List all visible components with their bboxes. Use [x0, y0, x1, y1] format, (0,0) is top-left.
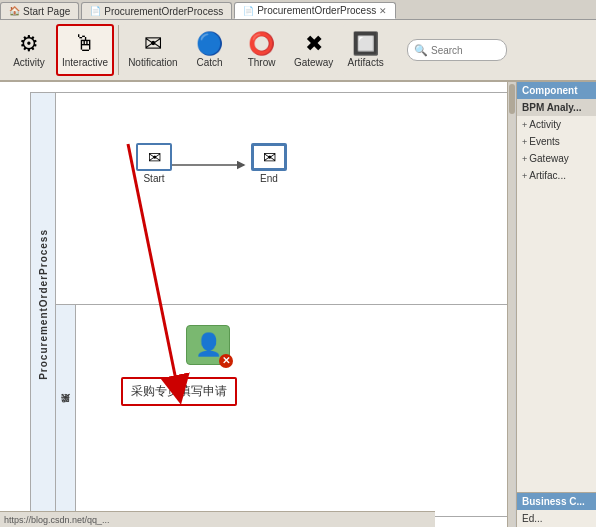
gateway-group: ✖ Gateway — [289, 22, 339, 78]
interactive-node-label: 采购专员填写申请 — [131, 384, 227, 398]
interactive-group: 🖱 Interactive — [56, 22, 114, 78]
tab-start-page[interactable]: 🏠 Start Page — [0, 2, 79, 19]
right-panel-bottom-item[interactable]: Ed... — [517, 510, 596, 527]
tab-close-icon[interactable]: ✕ — [379, 6, 387, 16]
throw-button[interactable]: ⭕ Throw — [239, 24, 285, 76]
inner-lane-label: 采购层 — [56, 305, 76, 517]
separator-1 — [118, 25, 119, 75]
interactive-node-badge: ✕ — [219, 354, 233, 368]
right-panel-header: Component — [517, 82, 596, 99]
diagram-panel: ProcurementOrderProcess ✉ Start — [0, 82, 516, 527]
tab-bar: 🏠 Start Page 📄 ProcurementOrderProcess 📄… — [0, 0, 596, 20]
panel-item-gateway[interactable]: + Gateway — [517, 150, 596, 167]
right-panel-bottom-header: Business C... — [517, 493, 596, 510]
gateway-icon: ✖ — [305, 33, 323, 55]
catch-icon: 🔵 — [196, 33, 223, 55]
artifacts-icon: 🔲 — [352, 33, 379, 55]
start-end-arrow — [172, 155, 252, 175]
url-text: https://blog.csdn.net/qq_... — [4, 515, 110, 525]
throw-icon: ⭕ — [248, 33, 275, 55]
catch-button[interactable]: 🔵 Catch — [187, 24, 233, 76]
tab-start-icon: 🏠 — [9, 6, 20, 16]
expand-icon-events: + — [522, 137, 527, 147]
right-panel: Component BPM Analy... + Activity + Even… — [516, 82, 596, 527]
activity-button[interactable]: ⚙ Activity — [6, 24, 52, 76]
throw-label: Throw — [248, 57, 276, 68]
activity-label: Activity — [13, 57, 45, 68]
bpm-label: BPM Analy... — [517, 99, 596, 116]
notification-button[interactable]: ✉ Notification — [123, 24, 182, 76]
activity-icon: ⚙ — [19, 33, 39, 55]
notification-label: Notification — [128, 57, 177, 68]
catch-label: Catch — [197, 57, 223, 68]
interactive-label: Interactive — [62, 57, 108, 68]
expand-icon-gateway: + — [522, 154, 527, 164]
upper-lane: ✉ Start — [56, 93, 509, 305]
toolbar: ⚙ Activity 🖱 Interactive ✉ Notification … — [0, 20, 596, 82]
start-node[interactable]: ✉ Start — [136, 143, 172, 184]
tab-start-label: Start Page — [23, 6, 70, 17]
tab-proc2-label: ProcurementOrderProcess — [257, 5, 376, 16]
end-label: End — [260, 173, 278, 184]
notification-icon: ✉ — [144, 33, 162, 55]
panel-item-events[interactable]: + Events — [517, 133, 596, 150]
start-label: Start — [143, 173, 164, 184]
start-envelope: ✉ — [136, 143, 172, 171]
interactive-label-box: 采购专员填写申请 — [121, 377, 237, 406]
gateway-button[interactable]: ✖ Gateway — [289, 24, 338, 76]
tab-proc-order-1[interactable]: 📄 ProcurementOrderProcess — [81, 2, 232, 19]
vertical-scrollbar[interactable] — [507, 82, 515, 527]
throw-group: ⭕ Throw — [237, 22, 287, 78]
end-envelope: ✉ — [251, 143, 287, 171]
search-icon: 🔍 — [414, 44, 428, 57]
notification-group: ✉ Notification — [123, 22, 182, 78]
end-node[interactable]: ✉ End — [251, 143, 287, 184]
artifacts-label: Artifacts — [348, 57, 384, 68]
bottom-bar: https://blog.csdn.net/qq_... — [0, 511, 435, 527]
artifacts-button[interactable]: 🔲 Artifacts — [343, 24, 389, 76]
tab-proc1-label: ProcurementOrderProcess — [104, 6, 223, 17]
main-layout: ProcurementOrderProcess ✉ Start — [0, 82, 596, 527]
swimlane-inner-container: ✉ Start — [56, 93, 509, 516]
interactive-node-icon: 👤 — [195, 332, 222, 358]
tab-proc1-icon: 📄 — [90, 6, 101, 16]
diagram-canvas[interactable]: ProcurementOrderProcess ✉ Start — [0, 82, 515, 527]
tab-proc2-icon: 📄 — [243, 6, 254, 16]
gateway-label: Gateway — [294, 57, 333, 68]
swimlane-outer: ProcurementOrderProcess ✉ Start — [30, 92, 510, 517]
search-box[interactable]: 🔍 — [407, 39, 507, 61]
search-input[interactable] — [431, 45, 506, 56]
panel-item-artifacts[interactable]: + Artifac... — [517, 167, 596, 184]
catch-group: 🔵 Catch — [185, 22, 235, 78]
scrollbar-thumb — [509, 84, 515, 114]
right-panel-bottom: Business C... Ed... — [517, 492, 596, 527]
activity-group: ⚙ Activity — [4, 22, 54, 78]
panel-item-activity[interactable]: + Activity — [517, 116, 596, 133]
lower-lane: 采购层 👤 ✕ 采购专员填写申请 — [56, 305, 509, 517]
artifacts-group: 🔲 Artifacts — [341, 22, 391, 78]
interactive-icon: 🖱 — [74, 33, 96, 55]
tab-proc-order-2[interactable]: 📄 ProcurementOrderProcess ✕ — [234, 2, 396, 19]
swimlane-outer-label: ProcurementOrderProcess — [31, 93, 56, 516]
expand-icon-artifacts: + — [522, 171, 527, 181]
expand-icon-activity: + — [522, 120, 527, 130]
interactive-node[interactable]: 👤 ✕ — [186, 325, 230, 365]
interactive-button[interactable]: 🖱 Interactive — [56, 24, 114, 76]
interactive-node-box: 👤 ✕ — [186, 325, 230, 365]
